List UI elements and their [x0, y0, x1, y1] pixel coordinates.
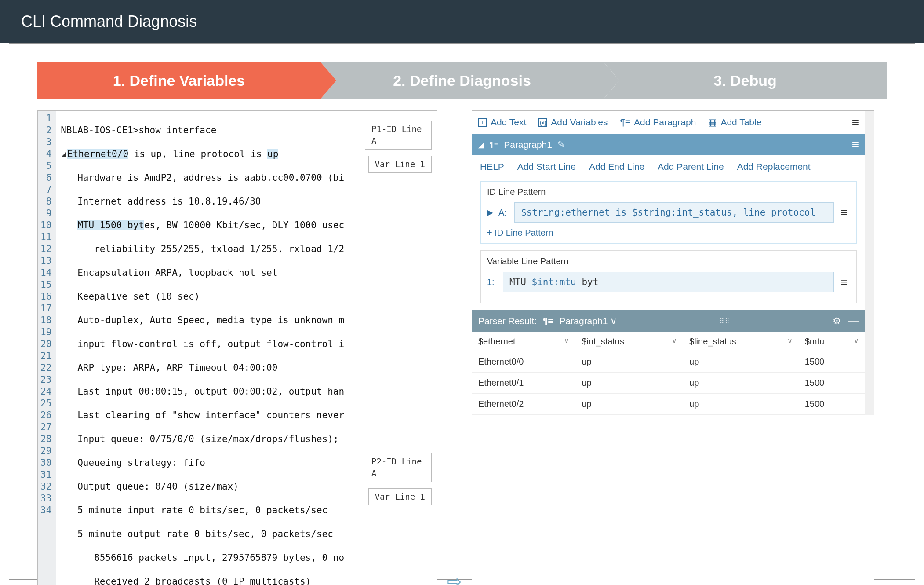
line-gutter: 1234567891011121314151617181920212223242… [38, 111, 56, 585]
paragraph-header[interactable]: ◢ ¶≡ Paragraph1 ✎ ≡ [472, 134, 865, 155]
add-parent-line-link[interactable]: Add Parent Line [658, 161, 724, 172]
pattern-menu-icon[interactable]: ≡ [838, 275, 850, 289]
toolbar-menu-icon[interactable]: ≡ [852, 115, 859, 129]
col-mtu[interactable]: $mtu∨ [799, 332, 865, 351]
variables-icon: {x} [538, 118, 547, 127]
arrow-right-icon: ⇨ [445, 571, 464, 585]
add-variables-button[interactable]: {x}Add Variables [538, 117, 608, 128]
parser-panel: TAdd Text {x}Add Variables ¶≡Add Paragra… [472, 110, 874, 585]
variable-line-pattern-input[interactable]: MTU $int:mtu byt [503, 272, 834, 292]
annotation-p2-id-line-a[interactable]: P2-ID Line A [365, 453, 432, 482]
paragraph-label: Paragraph1 [504, 139, 552, 150]
add-table-button[interactable]: ▦Add Table [708, 117, 761, 128]
step-define-variables[interactable]: 1. Define Variables [37, 62, 320, 99]
table-row[interactable]: Ethernet0/1upup1500 [472, 373, 865, 394]
annotation-p1-id-line-a[interactable]: P1-ID Line A [365, 121, 432, 150]
id-line-pattern-input[interactable]: $string:ethernet is $string:int_status, … [514, 202, 834, 223]
collapse-icon[interactable]: ◢ [61, 149, 66, 159]
add-id-line-pattern-link[interactable]: + ID Line Pattern [487, 228, 850, 238]
chevron-down-icon: ∨ [610, 316, 617, 326]
parser-result-table: $ethernet∨ $int_status∨ $line_status∨ $m… [472, 332, 865, 415]
paragraph-icon: ¶≡ [490, 140, 498, 150]
add-replacement-link[interactable]: Add Replacement [737, 161, 811, 172]
annotation-var-line-1b[interactable]: Var Line 1 [368, 488, 432, 505]
id-line-pattern-box: ID Line Pattern ▶ A: $string:ethernet is… [480, 181, 857, 244]
edit-icon[interactable]: ✎ [557, 139, 565, 150]
pattern-label-1: 1: [487, 277, 498, 287]
table-icon: ▦ [708, 117, 717, 128]
actions-row: HELP Add Start Line Add End Line Add Par… [472, 155, 865, 178]
id-line-pattern-title: ID Line Pattern [487, 187, 850, 197]
chevron-down-icon: ∨ [672, 336, 677, 345]
drag-handle-icon[interactable]: ⠿⠿ [623, 318, 826, 325]
paragraph-icon: ¶≡ [543, 316, 553, 326]
toolbar: TAdd Text {x}Add Variables ¶≡Add Paragra… [472, 111, 865, 134]
chevron-down-icon: ∨ [854, 336, 859, 345]
variable-line-pattern-box: Variable Line Pattern 1: MTU $int:mtu by… [480, 250, 857, 303]
col-ethernet[interactable]: $ethernet∨ [472, 332, 575, 351]
parser-result-label: Parser Result: [478, 316, 537, 326]
code-lines[interactable]: NBLAB-IOS-CE1>show interface ◢Ethernet0/… [56, 111, 437, 585]
col-line-status[interactable]: $line_status∨ [683, 332, 799, 351]
gear-icon[interactable]: ⚙ [833, 315, 841, 327]
cli-output-panel: 1234567891011121314151617181920212223242… [37, 110, 437, 585]
add-text-button[interactable]: TAdd Text [478, 117, 526, 128]
table-row[interactable]: Ethernet0/0upup1500 [472, 351, 865, 373]
col-int-status[interactable]: $int_status∨ [575, 332, 683, 351]
add-paragraph-button[interactable]: ¶≡Add Paragraph [620, 117, 696, 128]
collapse-icon[interactable]: — [848, 314, 859, 328]
stepper: 1. Define Variables 2. Define Diagnosis … [37, 62, 887, 99]
page-title: CLI Command Diagnosis [0, 0, 924, 43]
pattern-label-a: A: [498, 208, 510, 218]
annotation-var-line-1[interactable]: Var Line 1 [368, 156, 432, 173]
collapse-icon[interactable]: ◢ [478, 140, 484, 150]
step-define-diagnosis[interactable]: 2. Define Diagnosis [320, 62, 604, 99]
marker-icon: ▶ [487, 208, 493, 217]
chevron-down-icon: ∨ [787, 336, 793, 345]
step-debug[interactable]: 3. Debug [604, 62, 887, 99]
table-row[interactable]: Ethernet0/2upup1500 [472, 394, 865, 415]
paragraph-menu-icon[interactable]: ≡ [852, 138, 859, 152]
help-link[interactable]: HELP [480, 161, 504, 172]
pattern-menu-icon[interactable]: ≡ [838, 206, 850, 219]
add-start-line-link[interactable]: Add Start Line [517, 161, 576, 172]
chevron-down-icon: ∨ [564, 336, 569, 345]
vertical-scrollbar[interactable] [865, 111, 874, 415]
variable-line-pattern-title: Variable Line Pattern [487, 256, 850, 267]
result-paragraph-dropdown[interactable]: Paragraph1 ∨ [560, 316, 617, 326]
main-card: 1. Define Variables 2. Define Diagnosis … [9, 43, 915, 580]
add-end-line-link[interactable]: Add End Line [589, 161, 644, 172]
paragraph-icon: ¶≡ [620, 117, 631, 128]
parser-result-bar: Parser Result: ¶≡ Paragraph1 ∨ ⠿⠿ ⚙ — [472, 310, 865, 332]
text-icon: T [478, 118, 487, 127]
